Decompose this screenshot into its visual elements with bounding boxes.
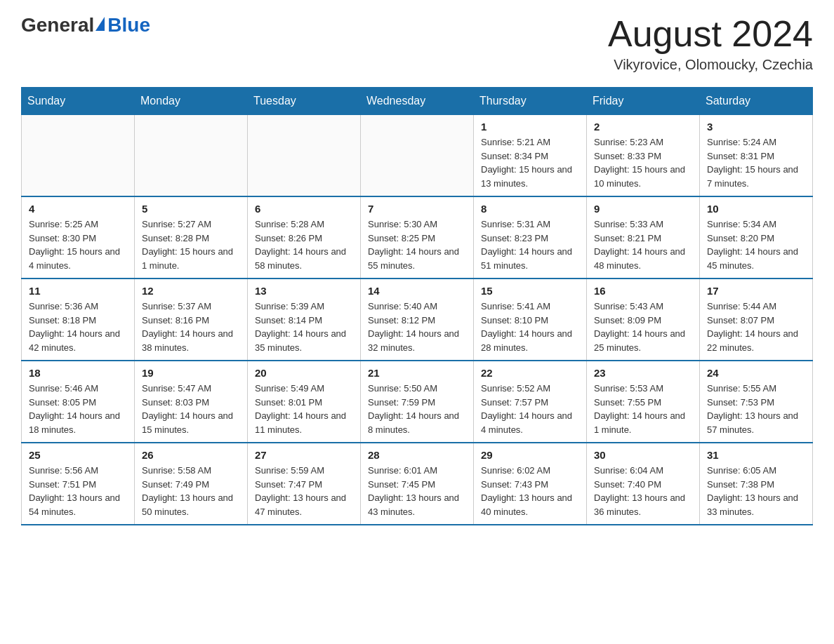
calendar-cell: 17Sunrise: 5:44 AM Sunset: 8:07 PM Dayli… — [700, 279, 813, 361]
day-number: 21 — [368, 367, 466, 379]
calendar-cell — [361, 115, 474, 197]
day-number: 6 — [255, 203, 353, 215]
day-info: Sunrise: 5:59 AM Sunset: 7:47 PM Dayligh… — [255, 464, 353, 518]
calendar-cell: 18Sunrise: 5:46 AM Sunset: 8:05 PM Dayli… — [22, 361, 135, 443]
day-info: Sunrise: 5:27 AM Sunset: 8:28 PM Dayligh… — [142, 217, 240, 272]
calendar-cell: 14Sunrise: 5:40 AM Sunset: 8:12 PM Dayli… — [361, 279, 474, 361]
calendar-cell: 5Sunrise: 5:27 AM Sunset: 8:28 PM Daylig… — [135, 196, 248, 279]
day-number: 22 — [481, 367, 579, 379]
calendar-cell: 9Sunrise: 5:33 AM Sunset: 8:21 PM Daylig… — [587, 196, 700, 279]
day-info: Sunrise: 6:02 AM Sunset: 7:43 PM Dayligh… — [481, 464, 579, 518]
day-info: Sunrise: 5:39 AM Sunset: 8:14 PM Dayligh… — [255, 300, 353, 354]
day-info: Sunrise: 5:55 AM Sunset: 7:53 PM Dayligh… — [707, 382, 805, 436]
day-number: 10 — [707, 203, 805, 215]
calendar-cell: 23Sunrise: 5:53 AM Sunset: 7:55 PM Dayli… — [587, 361, 700, 443]
calendar-cell: 11Sunrise: 5:36 AM Sunset: 8:18 PM Dayli… — [22, 279, 135, 361]
day-info: Sunrise: 5:23 AM Sunset: 8:33 PM Dayligh… — [594, 135, 692, 190]
calendar-cell — [22, 115, 135, 197]
calendar-cell: 22Sunrise: 5:52 AM Sunset: 7:57 PM Dayli… — [474, 361, 587, 443]
day-info: Sunrise: 5:34 AM Sunset: 8:20 PM Dayligh… — [707, 217, 805, 272]
calendar-cell: 20Sunrise: 5:49 AM Sunset: 8:01 PM Dayli… — [248, 361, 361, 443]
day-number: 19 — [142, 367, 240, 379]
calendar-cell: 4Sunrise: 5:25 AM Sunset: 8:30 PM Daylig… — [22, 196, 135, 279]
day-info: Sunrise: 5:24 AM Sunset: 8:31 PM Dayligh… — [707, 135, 805, 190]
calendar-cell: 15Sunrise: 5:41 AM Sunset: 8:10 PM Dayli… — [474, 279, 587, 361]
calendar-week-row: 25Sunrise: 5:56 AM Sunset: 7:51 PM Dayli… — [22, 443, 813, 525]
day-info: Sunrise: 5:31 AM Sunset: 8:23 PM Dayligh… — [481, 217, 579, 272]
logo-blue: Blue — [107, 14, 150, 36]
calendar-cell: 3Sunrise: 5:24 AM Sunset: 8:31 PM Daylig… — [700, 115, 813, 197]
calendar-cell: 30Sunrise: 6:04 AM Sunset: 7:40 PM Dayli… — [587, 443, 700, 525]
page-header: General Blue August 2024 Vikyrovice, Olo… — [21, 14, 813, 73]
day-info: Sunrise: 6:04 AM Sunset: 7:40 PM Dayligh… — [594, 464, 692, 518]
day-number: 8 — [481, 203, 579, 215]
day-number: 29 — [481, 449, 579, 461]
day-number: 11 — [29, 285, 127, 297]
calendar-week-row: 11Sunrise: 5:36 AM Sunset: 8:18 PM Dayli… — [22, 279, 813, 361]
day-info: Sunrise: 6:01 AM Sunset: 7:45 PM Dayligh… — [368, 464, 466, 518]
day-info: Sunrise: 6:05 AM Sunset: 7:38 PM Dayligh… — [707, 464, 805, 518]
day-number: 18 — [29, 367, 127, 379]
calendar-header-row: SundayMondayTuesdayWednesdayThursdayFrid… — [22, 88, 813, 115]
day-info: Sunrise: 5:43 AM Sunset: 8:09 PM Dayligh… — [594, 300, 692, 354]
header-right: August 2024 Vikyrovice, Olomoucky, Czech… — [608, 14, 813, 73]
calendar-cell — [135, 115, 248, 197]
calendar-cell: 29Sunrise: 6:02 AM Sunset: 7:43 PM Dayli… — [474, 443, 587, 525]
day-number: 20 — [255, 367, 353, 379]
day-info: Sunrise: 5:21 AM Sunset: 8:34 PM Dayligh… — [481, 135, 579, 190]
day-number: 12 — [142, 285, 240, 297]
day-info: Sunrise: 5:28 AM Sunset: 8:26 PM Dayligh… — [255, 217, 353, 272]
calendar-cell: 21Sunrise: 5:50 AM Sunset: 7:59 PM Dayli… — [361, 361, 474, 443]
calendar-cell: 1Sunrise: 5:21 AM Sunset: 8:34 PM Daylig… — [474, 115, 587, 197]
calendar-cell: 10Sunrise: 5:34 AM Sunset: 8:20 PM Dayli… — [700, 196, 813, 279]
location-subtitle: Vikyrovice, Olomoucky, Czechia — [608, 57, 813, 73]
calendar-cell: 16Sunrise: 5:43 AM Sunset: 8:09 PM Dayli… — [587, 279, 700, 361]
day-info: Sunrise: 5:44 AM Sunset: 8:07 PM Dayligh… — [707, 300, 805, 354]
day-number: 13 — [255, 285, 353, 297]
calendar-cell: 8Sunrise: 5:31 AM Sunset: 8:23 PM Daylig… — [474, 196, 587, 279]
calendar-header-monday: Monday — [135, 88, 248, 115]
calendar-cell: 26Sunrise: 5:58 AM Sunset: 7:49 PM Dayli… — [135, 443, 248, 525]
day-number: 5 — [142, 203, 240, 215]
day-info: Sunrise: 5:41 AM Sunset: 8:10 PM Dayligh… — [481, 300, 579, 354]
day-info: Sunrise: 5:37 AM Sunset: 8:16 PM Dayligh… — [142, 300, 240, 354]
day-info: Sunrise: 5:36 AM Sunset: 8:18 PM Dayligh… — [29, 300, 127, 354]
day-number: 9 — [594, 203, 692, 215]
calendar-cell: 25Sunrise: 5:56 AM Sunset: 7:51 PM Dayli… — [22, 443, 135, 525]
day-number: 23 — [594, 367, 692, 379]
calendar-table: SundayMondayTuesdayWednesdayThursdayFrid… — [21, 87, 813, 525]
calendar-week-row: 18Sunrise: 5:46 AM Sunset: 8:05 PM Dayli… — [22, 361, 813, 443]
day-info: Sunrise: 5:50 AM Sunset: 7:59 PM Dayligh… — [368, 382, 466, 436]
day-info: Sunrise: 5:52 AM Sunset: 7:57 PM Dayligh… — [481, 382, 579, 436]
day-number: 28 — [368, 449, 466, 461]
day-number: 7 — [368, 203, 466, 215]
calendar-header-wednesday: Wednesday — [361, 88, 474, 115]
day-number: 16 — [594, 285, 692, 297]
logo-triangle-icon — [95, 17, 105, 31]
calendar-cell: 31Sunrise: 6:05 AM Sunset: 7:38 PM Dayli… — [700, 443, 813, 525]
day-number: 27 — [255, 449, 353, 461]
day-info: Sunrise: 5:47 AM Sunset: 8:03 PM Dayligh… — [142, 382, 240, 436]
day-number: 14 — [368, 285, 466, 297]
calendar-header-sunday: Sunday — [22, 88, 135, 115]
day-info: Sunrise: 5:56 AM Sunset: 7:51 PM Dayligh… — [29, 464, 127, 518]
day-info: Sunrise: 5:30 AM Sunset: 8:25 PM Dayligh… — [368, 217, 466, 272]
day-number: 1 — [481, 121, 579, 133]
calendar-header-tuesday: Tuesday — [248, 88, 361, 115]
calendar-cell: 6Sunrise: 5:28 AM Sunset: 8:26 PM Daylig… — [248, 196, 361, 279]
calendar-week-row: 1Sunrise: 5:21 AM Sunset: 8:34 PM Daylig… — [22, 115, 813, 197]
calendar-cell — [248, 115, 361, 197]
day-number: 30 — [594, 449, 692, 461]
day-info: Sunrise: 5:33 AM Sunset: 8:21 PM Dayligh… — [594, 217, 692, 272]
calendar-cell: 27Sunrise: 5:59 AM Sunset: 7:47 PM Dayli… — [248, 443, 361, 525]
calendar-cell: 28Sunrise: 6:01 AM Sunset: 7:45 PM Dayli… — [361, 443, 474, 525]
day-info: Sunrise: 5:46 AM Sunset: 8:05 PM Dayligh… — [29, 382, 127, 436]
calendar-cell: 12Sunrise: 5:37 AM Sunset: 8:16 PM Dayli… — [135, 279, 248, 361]
calendar-cell: 19Sunrise: 5:47 AM Sunset: 8:03 PM Dayli… — [135, 361, 248, 443]
day-number: 2 — [594, 121, 692, 133]
day-number: 3 — [707, 121, 805, 133]
month-year-title: August 2024 — [608, 14, 813, 54]
day-number: 17 — [707, 285, 805, 297]
day-number: 26 — [142, 449, 240, 461]
day-info: Sunrise: 5:49 AM Sunset: 8:01 PM Dayligh… — [255, 382, 353, 436]
